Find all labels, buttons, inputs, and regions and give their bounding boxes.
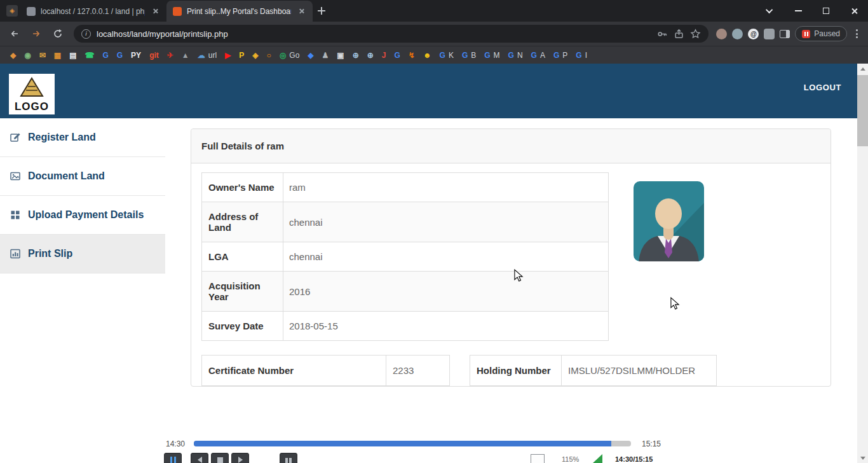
bookmark-item[interactable]: GP [553, 51, 567, 60]
player-logo-icon [593, 454, 602, 463]
bookmark-item[interactable]: G [117, 52, 123, 59]
new-tab-button[interactable] [313, 2, 330, 20]
bookmark-favicon: PY [131, 52, 141, 59]
detail-label: Acquisition Year [202, 272, 283, 312]
player-progress-bar[interactable] [194, 441, 631, 446]
bookmark-item[interactable]: ○ [267, 52, 271, 59]
bookmark-item[interactable]: ◈ [252, 52, 258, 59]
close-button[interactable] [840, 0, 868, 22]
maximize-button[interactable] [812, 0, 840, 22]
player-screen-button[interactable] [531, 454, 545, 463]
at-extension-icon[interactable]: @ [748, 29, 759, 39]
bookmark-item[interactable]: J [382, 52, 386, 59]
certificate-table: Certificate Number 2233 [201, 355, 450, 386]
bookmark-item[interactable]: GN [508, 51, 523, 60]
logout-link[interactable]: LOGOUT [804, 83, 841, 92]
bookmark-item[interactable]: ♟ [322, 52, 329, 59]
bookmark-item[interactable]: ☁url [198, 51, 217, 60]
bookmark-item[interactable]: ▣ [337, 52, 344, 59]
bookmark-favicon: ✉ [39, 52, 46, 59]
person-avatar-image [634, 181, 704, 261]
bookmark-item[interactable]: GI [576, 51, 587, 60]
bookmark-item[interactable]: ↯ [409, 52, 415, 59]
pause-button[interactable] [164, 453, 182, 463]
forward-arrow-icon [31, 29, 41, 39]
bookmark-item[interactable]: ⊕ [367, 52, 374, 59]
browser-dropdown-chevron-icon[interactable] [756, 0, 784, 22]
bookmark-item[interactable]: ☎ [85, 52, 94, 59]
tab-title: localhost / 127.0.0.1 / land | phpl [41, 7, 145, 16]
bookmark-item[interactable]: ⊕ [353, 52, 359, 59]
detail-label: Owner's Name [202, 173, 283, 202]
bookmark-label: B [471, 51, 476, 60]
page-scrollbar[interactable] [857, 64, 868, 463]
side-panel-icon[interactable] [780, 30, 790, 38]
url-text[interactable]: localhost/land/myportal/printslip.php [97, 29, 651, 39]
workspace-icon[interactable]: ◈ [6, 5, 18, 17]
edit-icon [10, 132, 21, 143]
bookmark-item[interactable]: GK [440, 51, 454, 60]
sidebar-item-print-slip[interactable]: Print Slip [0, 235, 165, 273]
tab-close-icon[interactable] [150, 6, 160, 17]
sidebar-item-register-land[interactable]: Register Land [0, 118, 165, 157]
sidebar-item-document-land[interactable]: Document Land [0, 157, 165, 196]
bookmark-item[interactable]: GB [462, 51, 476, 60]
bookmark-label: K [449, 51, 454, 60]
share-icon[interactable] [674, 29, 684, 39]
password-key-icon[interactable] [657, 29, 668, 39]
extensions-puzzle-icon[interactable] [764, 29, 775, 39]
bookmark-item[interactable]: ▲ [182, 52, 189, 59]
previous-button[interactable] [191, 453, 208, 463]
playlist-button[interactable] [280, 453, 297, 463]
bookmark-item[interactable]: ▦ [54, 52, 61, 59]
bookmark-item[interactable]: P [239, 52, 244, 59]
bookmark-favicon: G [102, 52, 108, 59]
bookmark-item[interactable]: GA [531, 51, 545, 60]
scrollbar-down-arrow-icon[interactable] [857, 453, 868, 463]
sidebar-item-upload-payment-details[interactable]: Upload Payment Details [0, 196, 165, 235]
bookmark-item[interactable]: G [394, 52, 400, 59]
forward-button[interactable] [28, 25, 44, 42]
owner-avatar [634, 181, 704, 261]
tab-print-slip[interactable]: Print slip..My Portal's Dashboard [166, 1, 313, 22]
cat-extension-icon[interactable] [716, 29, 727, 39]
scrollbar-thumb[interactable] [857, 75, 868, 146]
next-button[interactable] [231, 453, 249, 463]
bookmark-item[interactable]: ◆ [308, 52, 313, 59]
bookmark-item[interactable]: ✈ [167, 52, 173, 59]
bookmark-item[interactable]: ◉ [24, 52, 31, 59]
bookmark-item[interactable]: PY [131, 52, 141, 59]
site-info-icon[interactable]: i [81, 29, 91, 39]
bookmark-item[interactable]: ◆ [10, 52, 16, 59]
stop-button[interactable] [211, 453, 229, 463]
bookmark-label: I [585, 51, 587, 60]
bookmark-star-icon[interactable] [690, 29, 701, 39]
minimize-button[interactable] [784, 0, 812, 22]
scrollbar-up-arrow-icon[interactable] [857, 64, 868, 74]
site-logo[interactable]: LOGO [9, 74, 55, 114]
bookmark-item[interactable]: G [102, 52, 108, 59]
image-icon [10, 170, 21, 182]
logo-pyramid-icon [18, 76, 46, 98]
hand-extension-icon[interactable] [732, 29, 743, 39]
bookmark-item[interactable]: ◎Go [280, 51, 300, 60]
bookmark-item[interactable]: git [149, 52, 159, 59]
address-bar[interactable]: i localhost/land/myportal/printslip.php [74, 25, 709, 43]
sidebar-item-label: Print Slip [28, 248, 72, 259]
details-table: Owner's Name ram Address of Land chennai… [201, 172, 609, 341]
next-icon [238, 457, 243, 463]
browser-menu-kebab-icon[interactable] [852, 29, 862, 38]
paused-extension-badge[interactable]: Paused [795, 26, 847, 41]
bookmark-item[interactable]: ▤ [69, 52, 76, 59]
pause-icon [170, 457, 176, 463]
reload-button[interactable] [50, 25, 66, 42]
bookmark-item[interactable]: ☻ [423, 52, 431, 59]
bookmark-item[interactable]: ▶ [225, 52, 231, 59]
back-button[interactable] [6, 25, 23, 42]
tab-localhost[interactable]: localhost / 127.0.0.1 / land | phpl [20, 1, 166, 22]
bookmark-item[interactable]: GM [484, 51, 499, 60]
bookmark-item[interactable]: ✉ [39, 52, 46, 59]
bookmark-favicon: ⊕ [353, 52, 359, 59]
tab-favicon [173, 7, 182, 16]
tab-close-icon[interactable] [296, 6, 306, 17]
